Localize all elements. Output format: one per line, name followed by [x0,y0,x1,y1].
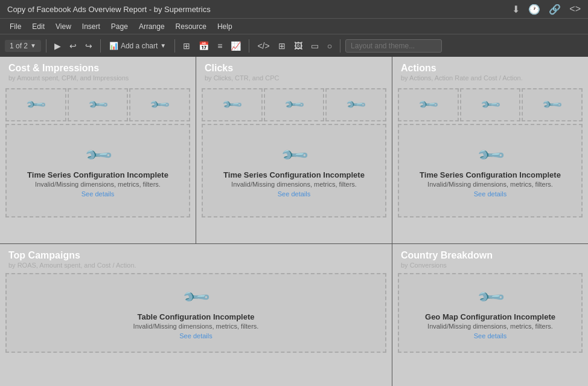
filter-button[interactable]: ≡ [214,39,225,53]
actions-ts-subtitle: Invalid/Missing dimensions, metrics, fil… [427,181,553,188]
cost-metric-row: 🔧 🔧 🔧 [5,88,191,122]
clicks-metric-3: 🔧 [325,88,386,121]
geomap-wrench: 🔧 [475,281,506,312]
actions-metric-2: 🔧 [460,88,521,121]
top-campaigns-section: Top Campaigns by ROAS, Amount spent, and… [0,244,392,386]
title-bar: Copy of Facebook Ads Overview Report - b… [0,0,588,18]
wrench-icon-8: 🔧 [479,94,501,116]
menu-insert[interactable]: Insert [77,21,105,32]
wrench-icon-2: 🔧 [86,94,109,116]
undo-button[interactable]: ↩ [66,39,80,53]
page-group: 1 of 2 ▼ [5,40,41,52]
clicks-metric-row: 🔧 🔧 🔧 [201,88,387,122]
page-number: 1 of 2 [10,42,28,50]
menu-arrange[interactable]: Arrange [134,21,170,32]
rect-button[interactable]: ▭ [308,39,322,53]
clicks-ts-link[interactable]: See details [278,190,310,198]
actions-timeseries: 🔧 Time Series Configuration Incomplete I… [398,124,583,217]
code-icon[interactable]: <> [569,4,581,15]
page-indicator: 1 of 2 ▼ [5,40,41,52]
code-embed-button[interactable]: </> [254,39,272,53]
window-title: Copy of Facebook Ads Overview Report - b… [7,5,211,14]
country-geomap: 🔧 Geo Map Configuration Incomplete Inval… [398,273,583,353]
campaigns-ts-subtitle: Invalid/Missing dimensions, metrics, fil… [133,323,259,330]
actions-metric-row: 🔧 🔧 🔧 [397,88,583,122]
clicks-ts-subtitle: Invalid/Missing dimensions, metrics, fil… [231,181,357,188]
clicks-timeseries: 🔧 Time Series Configuration Incomplete I… [202,124,386,217]
actions-header: Actions by Actions, Action Rate and Cost… [392,57,588,84]
cost-impressions-header: Cost & Impressions by Amount spent, CPM,… [0,57,196,84]
country-breakdown-section: Country Breakdown by Conversions 🔧 Geo M… [392,244,588,386]
wrench-icon-9: 🔧 [541,94,563,116]
calendar-button[interactable]: 📅 [196,39,212,53]
main-grid: Cost & Impressions by Amount spent, CPM,… [0,57,588,386]
wrench-icon-6: 🔧 [345,94,367,116]
campaigns-ts-link[interactable]: See details [179,332,212,339]
dropdown-arrow: ▼ [160,42,166,49]
menu-view[interactable]: View [51,21,76,32]
link-icon[interactable]: 🔗 [549,4,561,15]
history-icon[interactable]: 🕐 [528,4,540,15]
cost-metric-3: 🔧 [129,88,190,121]
wrench-icon-5: 🔧 [283,94,305,116]
menu-page[interactable]: Page [106,21,133,32]
chart-icon: 📊 [109,42,118,50]
actions-title: Actions [401,63,580,74]
clicks-metric-1: 🔧 [202,88,263,121]
actions-subtitle: by Actions, Action Rate and Cost / Actio… [401,74,580,82]
top-campaigns-chart: 🔧 Table Configuration Incomplete Invalid… [5,273,386,353]
redo-button[interactable]: ↪ [82,39,95,53]
menu-file[interactable]: File [5,21,26,32]
campaigns-ts-title: Table Configuration Incomplete [137,312,254,321]
wrench-icon-7: 🔧 [417,94,439,116]
title-icons: ⬇ 🕐 🔗 <> [512,4,581,15]
actions-metric-1: 🔧 [398,88,459,121]
top-campaigns-header: Top Campaigns by ROAS, Amount spent, and… [0,244,392,271]
separator-2 [100,39,101,53]
chevron-down-icon[interactable]: ▼ [30,42,36,49]
actions-ts-link[interactable]: See details [474,190,507,198]
separator-4 [249,39,249,53]
separator-3 [174,39,175,53]
add-chart-button[interactable]: 📊 Add a chart ▼ [106,40,170,52]
cost-impressions-title: Cost & Impressions [8,63,187,74]
cost-ts-subtitle: Invalid/Missing dimensions, metrics, fil… [35,181,161,188]
image-button[interactable]: 🖼 [291,39,305,53]
wrench-icon-3: 🔧 [149,94,171,116]
country-breakdown-title: Country Breakdown [401,250,580,261]
download-icon[interactable]: ⬇ [512,4,520,15]
cost-impressions-section: Cost & Impressions by Amount spent, CPM,… [0,57,196,244]
geomap-ts-subtitle: Invalid/Missing dimensions, metrics, fil… [427,323,553,330]
wrench-icon-4: 🔧 [221,94,243,116]
cost-timeseries: 🔧 Time Series Configuration Incomplete I… [5,124,190,217]
separator-5 [340,39,340,53]
geomap-ts-title: Geo Map Configuration Incomplete [425,312,555,321]
clicks-title: Clicks [205,63,383,74]
campaigns-wrench: 🔧 [181,281,211,312]
cost-metric-2: 🔧 [68,88,129,121]
separator-1 [46,39,46,53]
menu-resource[interactable]: Resource [171,21,211,32]
grid-button[interactable]: ⊞ [180,39,193,53]
table-button[interactable]: ⊞ [275,39,289,53]
cost-ts-title: Time Series Configuration Incomplete [27,170,168,179]
geomap-ts-link[interactable]: See details [474,332,507,339]
clicks-ts-wrench: 🔧 [279,140,310,170]
menu-edit[interactable]: Edit [27,21,50,32]
chart2-button[interactable]: 📈 [228,39,244,53]
circle-button[interactable]: ○ [324,39,335,53]
actions-metric-3: 🔧 [522,88,583,121]
clicks-ts-title: Time Series Configuration Incomplete [223,170,365,179]
menu-help[interactable]: Help [213,21,237,32]
country-breakdown-subtitle: by Conversions [401,262,580,269]
search-input[interactable] [345,39,442,53]
top-campaigns-subtitle: by ROAS, Amount spent, and Cost / Action… [8,262,383,269]
menu-bar: File Edit View Insert Page Arrange Resou… [0,18,588,34]
clicks-section: Clicks by Clicks, CTR, and CPC 🔧 🔧 🔧 🔧 T… [196,57,392,244]
top-campaigns-title: Top Campaigns [8,250,383,261]
add-chart-label: Add a chart [121,42,158,50]
cursor-tool[interactable]: ▶ [51,39,64,53]
cost-ts-link[interactable]: See details [81,190,114,198]
toolbar: 1 of 2 ▼ ▶ ↩ ↪ 📊 Add a chart ▼ ⊞ 📅 ≡ 📈 <… [0,34,588,57]
wrench-icon-1: 🔧 [25,94,47,116]
